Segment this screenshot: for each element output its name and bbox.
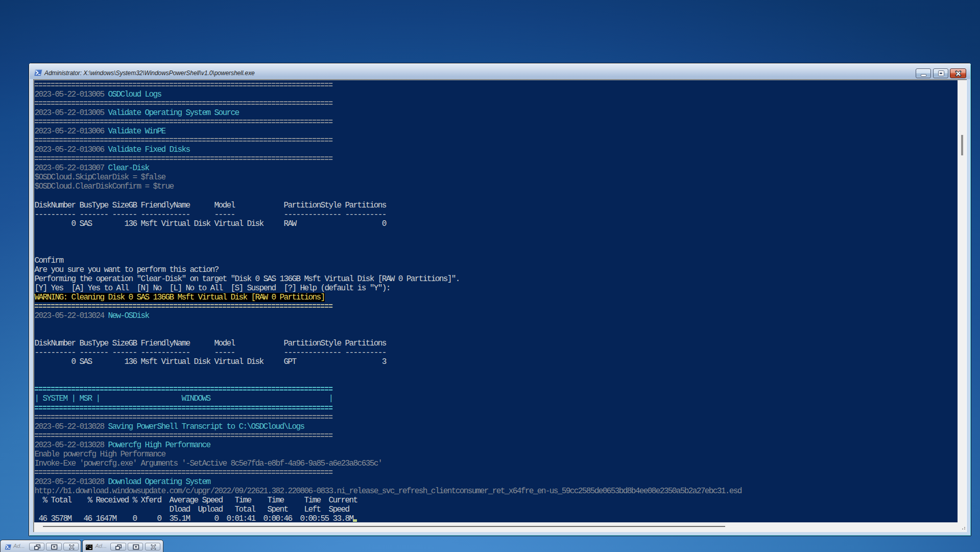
svg-text:C:\: C:\	[86, 544, 91, 548]
